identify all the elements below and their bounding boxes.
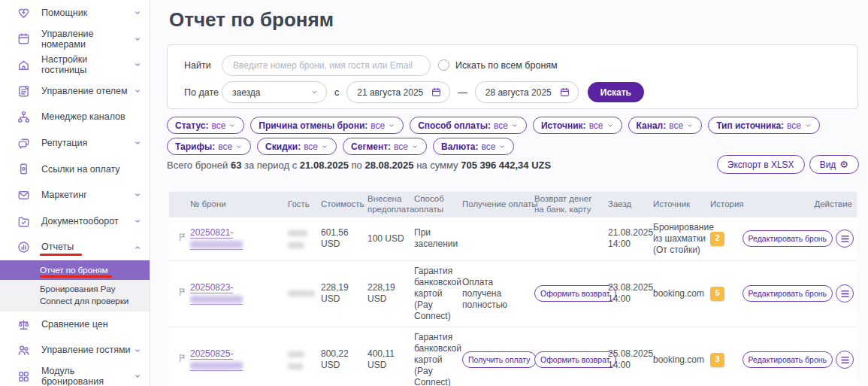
view-label: Вид (820, 160, 836, 170)
flag-icon[interactable] (177, 353, 187, 363)
sidebar-item-guest-management[interactable]: Управление гостями (0, 337, 150, 363)
filter-tariffs[interactable]: Тарифы:все (167, 138, 251, 155)
from-label: с (334, 87, 339, 98)
search-all-radio[interactable] (438, 59, 449, 71)
sidebar-item-booking-module[interactable]: Модуль бронирования (0, 363, 150, 386)
calendar-icon (431, 87, 442, 98)
clipboard-list-icon (17, 84, 31, 99)
row-menu-button[interactable] (836, 351, 854, 369)
filter-payment-method[interactable]: Способ оплаты:все (410, 117, 527, 134)
refund-button[interactable]: Оформить возврат (534, 285, 616, 302)
search-all-label: Искать по всем броням (455, 60, 558, 71)
chevron-down-icon (411, 143, 419, 150)
edit-booking-button[interactable]: Редактировать бронь (742, 285, 833, 302)
chip-value: все (394, 141, 408, 152)
header-booking-number: № брони (190, 197, 288, 212)
sidebar-item-label: Сравнение цен (41, 319, 142, 330)
menu-lines-icon (841, 290, 849, 297)
chevron-down-icon (321, 143, 328, 150)
history-badge[interactable]: 5 (710, 287, 724, 301)
date-type-select[interactable]: заезда (222, 81, 327, 103)
menu-lines-icon (841, 236, 849, 242)
row-menu-button[interactable] (836, 284, 854, 302)
filter-currency[interactable]: Валюта:все (433, 138, 514, 155)
cost-cell: 601,56 USD (321, 223, 367, 254)
date-to-field[interactable]: 28 августа 2025 (475, 81, 579, 103)
table-toolbar: Экспорт в XLSX Вид ⚙ (717, 155, 859, 174)
prepaid-cell: 100 USD (367, 229, 414, 249)
table-row: 20250821- 601,56 USD 100 USD При заселен… (169, 217, 857, 261)
booking-link[interactable]: 20250825- (190, 348, 243, 371)
chip-value: все (481, 141, 495, 152)
filter-source[interactable]: Источник:все (533, 117, 622, 134)
refund-button[interactable]: Оформить возврат (534, 351, 616, 368)
history-badge[interactable]: 3 (710, 353, 724, 367)
header-prepaid: Внесена предоплата (367, 192, 414, 217)
sidebar-item-channel-manager[interactable]: Менеджер каналов (0, 104, 150, 130)
get-payment-button[interactable]: Получить оплату (462, 351, 537, 368)
sidebar-item-payconnect-check[interactable]: Бронирования Pay Connect для проверки (0, 280, 150, 312)
sidebar-item-documents[interactable]: Документооборот (0, 208, 150, 235)
filter-channel[interactable]: Канал:все (628, 117, 703, 134)
history-cell: 2 (710, 227, 740, 251)
refund-cell (534, 234, 608, 243)
redacted-booking (190, 362, 243, 369)
chip-value: все (218, 141, 232, 152)
sidebar-item-label: Управление отелем (41, 86, 133, 96)
search-input[interactable] (222, 55, 431, 76)
search-button[interactable]: Искать (588, 82, 644, 102)
chevron-down-icon (606, 122, 614, 129)
history-cell: 3 (710, 348, 740, 372)
home-icon (17, 58, 31, 72)
grid-icon (17, 369, 31, 384)
sidebar-item-hotel-management[interactable]: Управление отелем (0, 78, 150, 105)
row-menu-button[interactable] (836, 229, 854, 248)
menu-lines-icon (841, 357, 849, 363)
date-from-field[interactable]: 21 августа 2025 (346, 81, 450, 103)
sidebar-item-price-comparison[interactable]: Сравнение цен (0, 312, 150, 338)
sidebar-item-room-management[interactable]: Управление номерами (0, 26, 150, 53)
export-xlsx-button[interactable]: Экспорт в XLSX (717, 155, 805, 174)
sidebar-item-label: Репутация (41, 138, 133, 148)
sidebar-item-marketing[interactable]: Маркетинг (0, 182, 150, 208)
chevron-down-icon (133, 217, 142, 226)
header-refund: Возврат денег на банк. карту (534, 192, 608, 217)
edit-booking-button[interactable]: Редактировать бронь (742, 230, 833, 247)
sidebar-item-hotel-settings[interactable]: Настройки гостиницы (0, 52, 150, 78)
checkin-cell: 23.08.2025, 14:00 (608, 278, 653, 309)
heart-plus-icon (17, 6, 31, 20)
chevron-down-icon (133, 138, 142, 147)
sidebar-item-payment-links[interactable]: Ссылки на оплату (0, 157, 150, 183)
filter-segment[interactable]: Сегмент:все (343, 138, 427, 155)
sidebar-item-label: Маркетинг (41, 190, 133, 200)
edit-booking-button[interactable]: Редактировать бронь (742, 351, 833, 368)
booking-link[interactable]: 20250823- (190, 282, 243, 305)
chevron-down-icon (498, 143, 506, 150)
view-settings-button[interactable]: Вид ⚙ (809, 155, 859, 174)
action-cell: Редактировать бронь (740, 280, 857, 307)
flag-icon[interactable] (177, 287, 187, 297)
sidebar-item-reputation[interactable]: Репутация (0, 130, 150, 157)
chip-label: Статус: (175, 120, 208, 131)
annotation-underline-reports (40, 254, 82, 256)
summary-count: 63 (231, 160, 241, 171)
history-badge[interactable]: 2 (710, 232, 724, 246)
chip-label: Скидки: (265, 141, 301, 152)
filter-discounts[interactable]: Скидки:все (257, 138, 337, 155)
chip-label: Канал: (637, 120, 667, 131)
header-guest: Гость (288, 197, 321, 212)
redacted-guest (288, 242, 304, 248)
table-row: 20250825- 800,22 USD 400,11 USD Гарантия… (169, 327, 857, 386)
gear-icon: ⚙ (839, 160, 848, 169)
flag-icon[interactable] (177, 232, 187, 242)
sidebar-item-assistant[interactable]: Помощник (0, 0, 150, 26)
sidebar-item-reports[interactable]: Отчеты (0, 234, 150, 260)
header-flag (169, 202, 190, 207)
checkin-cell: 25.08.2025, 14:00 (608, 344, 653, 375)
filter-source-type[interactable]: Тип источника:все (708, 117, 820, 134)
filter-status[interactable]: Статус:все (167, 117, 244, 134)
filter-cancel-reason[interactable]: Причина отмены брони:все (250, 117, 404, 134)
booking-link[interactable]: 20250821- (190, 227, 243, 250)
table-header-row: № брони Гость Стоимость Внесена предопла… (169, 192, 857, 217)
chip-value: все (494, 120, 508, 131)
